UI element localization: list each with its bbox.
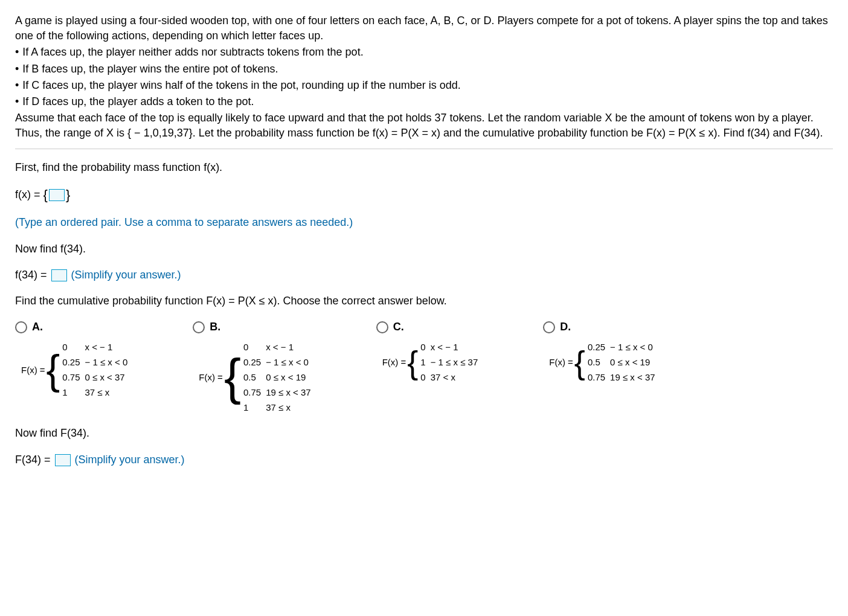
separator [15,149,833,149]
q2-hint: (Simplify your answer.) [71,269,181,281]
q3-prompt: Find the cumulative probability function… [15,294,833,309]
choice-b[interactable]: B. F(x) = { 0x < − 1 0.25− 1 ≤ x < 0 0.5… [193,319,315,415]
brace-icon: { [47,351,60,388]
choice-a-function: F(x) = { 0x < − 1 0.25− 1 ≤ x < 0 0.750 … [21,339,132,400]
bullet-dot-icon: • [15,94,19,109]
radio-icon[interactable] [193,321,205,333]
choice-c-function: F(x) = { 0x < − 1 1− 1 ≤ x ≤ 37 037 < x [382,339,483,385]
bullet-dot-icon: • [15,62,19,77]
q4-prompt: Now find F(34). [15,426,833,441]
brace-icon: { [407,348,418,377]
bullet-dot-icon: • [15,78,19,93]
question-3: Find the cumulative probability function… [15,294,833,415]
intro-paragraph-2: Assume that each face of the top is equa… [15,111,833,141]
choice-b-label: B. [210,319,220,335]
choice-b-function: F(x) = { 0x < − 1 0.25− 1 ≤ x < 0 0.50 ≤… [199,339,315,415]
choice-d[interactable]: D. F(x) = { 0.25− 1 ≤ x < 0 0.50 ≤ x < 1… [543,319,660,385]
question-4: Now find F(34). F(34) = (Simplify your a… [15,426,833,467]
choice-c-label: C. [393,319,404,335]
q1-equation-line: f(x) = {} [15,186,833,205]
open-brace-icon: { [43,187,48,202]
intro-paragraph-1: A game is played using a four-sided wood… [15,13,833,43]
bullet-c: •If C faces up, the player wins half of … [15,78,833,93]
radio-icon[interactable] [376,321,388,333]
capital-f-of-34-input[interactable] [55,454,71,466]
bullet-b: •If B faces up, the player wins the enti… [15,62,833,77]
choice-d-label: D. [560,319,571,335]
radio-icon[interactable] [15,321,27,333]
q4-hint: (Simplify your answer.) [75,454,185,466]
bullet-dot-icon: • [15,45,19,60]
choice-group: A. F(x) = { 0x < − 1 0.25− 1 ≤ x < 0 0.7… [15,319,833,415]
question-1: First, find the probability mass functio… [15,160,833,231]
question-2: Now find f(34). f(34) = (Simplify your a… [15,242,833,283]
bullet-d: •If D faces up, the player adds a token … [15,94,833,109]
close-brace-icon: } [66,187,70,202]
f-of-x-input[interactable] [49,189,65,201]
f-of-34-input[interactable] [51,269,67,281]
brace-icon: { [224,355,241,400]
q1-prompt: First, find the probability mass functio… [15,160,833,175]
choice-a-label: A. [32,319,43,335]
q2-equation-line: f(34) = (Simplify your answer.) [15,268,833,283]
q1-hint: (Type an ordered pair. Use a comma to se… [15,215,833,230]
bullet-a: •If A faces up, the player neither adds … [15,45,833,60]
radio-icon[interactable] [543,321,555,333]
q4-equation-line: F(34) = (Simplify your answer.) [15,452,833,467]
problem-intro: A game is played using a four-sided wood… [15,13,833,141]
choice-d-function: F(x) = { 0.25− 1 ≤ x < 0 0.50 ≤ x < 19 0… [549,339,660,385]
q2-prompt: Now find f(34). [15,242,833,257]
brace-icon: { [574,348,585,377]
choice-a[interactable]: A. F(x) = { 0x < − 1 0.25− 1 ≤ x < 0 0.7… [15,319,132,400]
choice-c[interactable]: C. F(x) = { 0x < − 1 1− 1 ≤ x ≤ 37 037 <… [376,319,483,385]
